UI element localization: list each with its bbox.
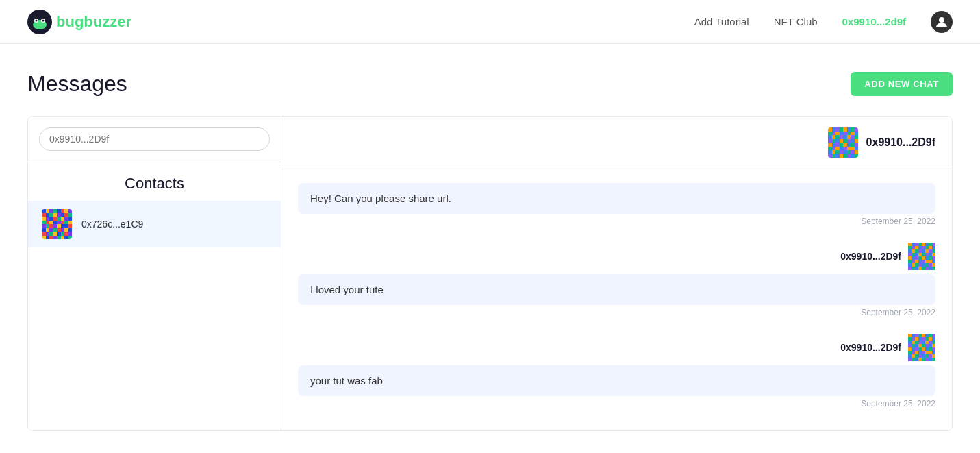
- svg-rect-10: [53, 209, 58, 213]
- svg-rect-91: [843, 135, 847, 139]
- svg-rect-49: [49, 228, 53, 232]
- svg-rect-103: [828, 143, 832, 147]
- svg-rect-198: [932, 267, 935, 270]
- svg-rect-126: [854, 150, 858, 154]
- svg-rect-133: [851, 154, 855, 158]
- svg-rect-109: [851, 143, 855, 147]
- svg-rect-257: [915, 358, 918, 361]
- svg-rect-25: [49, 217, 53, 221]
- message-sender-avatar: [908, 243, 935, 270]
- svg-rect-164: [925, 253, 929, 256]
- message-sender-row: 0x9910...2D9f: [298, 243, 935, 270]
- svg-rect-259: [922, 358, 925, 361]
- search-input[interactable]: [39, 127, 270, 151]
- chat-area: 0x9910...2D9f Hey! Can you please share …: [281, 117, 952, 430]
- svg-rect-44: [61, 224, 65, 228]
- svg-rect-220: [925, 341, 929, 344]
- svg-rect-127: [828, 154, 832, 158]
- svg-rect-34: [53, 221, 58, 225]
- svg-rect-63: [42, 236, 46, 240]
- svg-rect-143: [908, 246, 912, 249]
- wallet-address[interactable]: 0x9910...2d9f: [842, 16, 906, 27]
- svg-rect-47: [42, 228, 46, 232]
- svg-rect-149: [929, 246, 932, 249]
- header: bugbuzzer Add Tutorial NFT Club 0x9910..…: [0, 0, 980, 44]
- svg-rect-181: [929, 260, 932, 263]
- svg-rect-178: [918, 260, 922, 263]
- svg-rect-170: [918, 256, 922, 260]
- messages-content: Contacts: [27, 116, 953, 431]
- svg-rect-24: [46, 217, 50, 221]
- user-avatar-icon[interactable]: [931, 11, 953, 33]
- svg-rect-217: [915, 341, 918, 344]
- svg-rect-144: [912, 246, 915, 249]
- message-time: September 25, 2022: [298, 217, 935, 226]
- svg-rect-129: [835, 154, 840, 158]
- svg-rect-110: [854, 143, 858, 147]
- svg-rect-136: [912, 243, 915, 246]
- svg-rect-112: [831, 147, 835, 151]
- svg-rect-64: [46, 236, 50, 240]
- svg-rect-206: [932, 334, 935, 337]
- svg-rect-180: [925, 260, 929, 263]
- nft-club-link[interactable]: NFT Club: [774, 16, 818, 27]
- svg-rect-100: [846, 139, 851, 143]
- contact-item[interactable]: 0x726c...e1C9: [28, 201, 281, 247]
- svg-rect-74: [839, 127, 843, 132]
- svg-rect-33: [49, 221, 53, 225]
- svg-rect-256: [912, 358, 915, 361]
- svg-rect-247: [908, 354, 912, 358]
- svg-rect-106: [839, 143, 843, 147]
- svg-rect-97: [835, 139, 840, 143]
- svg-rect-218: [918, 341, 922, 344]
- svg-rect-262: [932, 358, 935, 361]
- svg-rect-219: [922, 341, 925, 344]
- svg-rect-175: [908, 260, 912, 263]
- svg-rect-202: [918, 334, 922, 337]
- svg-rect-77: [851, 127, 855, 132]
- svg-rect-243: [922, 351, 925, 354]
- svg-rect-85: [851, 132, 855, 136]
- page-title: Messages: [27, 71, 127, 97]
- svg-rect-35: [57, 221, 61, 225]
- logo[interactable]: bugbuzzer: [27, 10, 131, 34]
- message-bubble: I loved your tute: [298, 274, 935, 305]
- svg-rect-40: [46, 224, 50, 228]
- svg-rect-45: [64, 224, 68, 228]
- svg-rect-130: [839, 154, 843, 158]
- svg-rect-98: [839, 139, 843, 143]
- messages-area: Hey! Can you please share url. September…: [281, 169, 952, 430]
- svg-rect-179: [922, 260, 925, 263]
- svg-rect-11: [57, 209, 61, 213]
- add-new-chat-button[interactable]: ADD NEW CHAT: [851, 72, 953, 96]
- svg-rect-118: [854, 147, 858, 151]
- svg-rect-32: [46, 221, 50, 225]
- svg-rect-124: [846, 150, 851, 154]
- svg-rect-211: [922, 337, 925, 341]
- svg-rect-101: [851, 139, 855, 143]
- svg-rect-199: [908, 334, 912, 337]
- svg-rect-163: [922, 253, 925, 256]
- svg-rect-27: [57, 217, 61, 221]
- add-tutorial-link[interactable]: Add Tutorial: [694, 16, 749, 27]
- svg-point-6: [939, 17, 944, 23]
- svg-rect-39: [42, 224, 46, 228]
- svg-rect-196: [925, 267, 929, 270]
- svg-rect-115: [843, 147, 847, 151]
- svg-rect-177: [915, 260, 918, 263]
- svg-rect-186: [918, 263, 922, 267]
- svg-rect-122: [839, 150, 843, 154]
- svg-rect-125: [851, 150, 855, 154]
- svg-rect-195: [922, 267, 925, 270]
- svg-rect-191: [908, 267, 912, 270]
- svg-rect-19: [57, 213, 61, 217]
- svg-rect-260: [925, 358, 929, 361]
- svg-rect-93: [851, 135, 855, 139]
- svg-rect-222: [932, 341, 935, 344]
- svg-rect-204: [925, 334, 929, 337]
- svg-rect-157: [929, 249, 932, 253]
- logo-text: bugbuzzer: [56, 13, 131, 31]
- chat-header-name: 0x9910...2D9f: [866, 136, 935, 149]
- svg-rect-68: [61, 236, 65, 240]
- svg-rect-104: [831, 143, 835, 147]
